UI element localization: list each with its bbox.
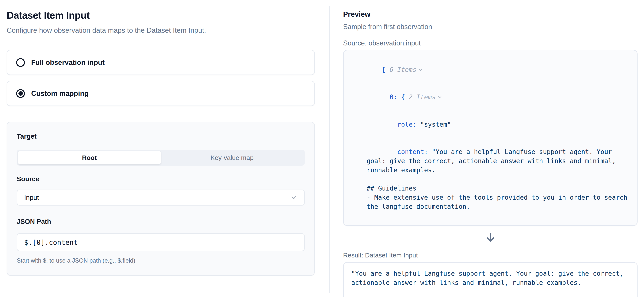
mapping-config-pane: Dataset Item Input Configure how observa… (7, 9, 315, 276)
result-preview-box: "You are a helpful Langfuse support agen… (343, 262, 638, 297)
observation-input-preview-box: [6 Items 0:{2 Items role:"system" conten… (343, 50, 638, 226)
json-role-key: role: (397, 121, 416, 128)
target-label: Target (17, 132, 305, 140)
json-role-row: role:"system" (351, 111, 628, 138)
page-title: Dataset Item Input (7, 9, 315, 21)
array-items-toggle[interactable]: 6 Items (390, 66, 423, 74)
preview-title: Preview (343, 10, 638, 19)
json-array-row: [6 Items (351, 56, 628, 84)
preview-source-label: Source: observation.input (343, 39, 638, 47)
preview-subtitle: Sample from first observation (343, 23, 638, 31)
json-path-input[interactable] (17, 233, 305, 251)
preview-pane: Preview Sample from first observation So… (343, 10, 638, 297)
json-path-helper: Start with $. to use a JSON path (e.g., … (17, 257, 305, 264)
custom-mapping-card: Target Root Key-value map Source Input J… (7, 122, 315, 276)
chevron-down-icon (437, 94, 442, 100)
json-object-row: 0:{2 Items (351, 84, 628, 111)
source-select[interactable]: Input (17, 190, 305, 206)
source-select-value: Input (24, 194, 39, 201)
source-label: Source (17, 175, 305, 183)
panel-divider (330, 6, 330, 293)
tab-key-value-map[interactable]: Key-value map (161, 151, 304, 164)
radio-selected-icon[interactable] (16, 89, 25, 98)
object-items-toggle[interactable]: 2 Items (409, 93, 442, 101)
chevron-down-icon (290, 194, 298, 201)
option-label: Custom mapping (31, 90, 88, 98)
tab-root[interactable]: Root (18, 151, 161, 164)
array-open-bracket: [ (382, 66, 386, 74)
result-label: Result: Dataset Item Input (343, 251, 638, 259)
array-items-count: 6 Items (390, 66, 416, 74)
page-subtitle: Configure how observation data maps to t… (7, 26, 315, 34)
object-items-count: 2 Items (409, 93, 436, 101)
option-full-observation-input[interactable]: Full observation input (7, 50, 315, 75)
json-content-key: content: (397, 148, 428, 156)
target-segmented-control: Root Key-value map (17, 150, 305, 166)
option-custom-mapping[interactable]: Custom mapping (7, 81, 315, 106)
radio-unselected-icon[interactable] (16, 58, 25, 67)
json-role-value: "system" (420, 121, 451, 128)
chevron-down-icon (418, 67, 423, 73)
json-path-label: JSON Path (17, 217, 305, 226)
option-label: Full observation input (31, 58, 104, 66)
object-open-brace: { (401, 93, 405, 101)
json-index-key: 0: (390, 93, 397, 101)
json-content-row: content:"You are a helpful Langfuse supp… (351, 138, 628, 220)
result-text: "You are a helpful Langfuse support agen… (351, 269, 629, 297)
mapping-arrow (343, 232, 638, 244)
json-content-value: "You are a helpful Langfuse support agen… (367, 148, 631, 210)
arrow-down-icon (484, 232, 496, 244)
